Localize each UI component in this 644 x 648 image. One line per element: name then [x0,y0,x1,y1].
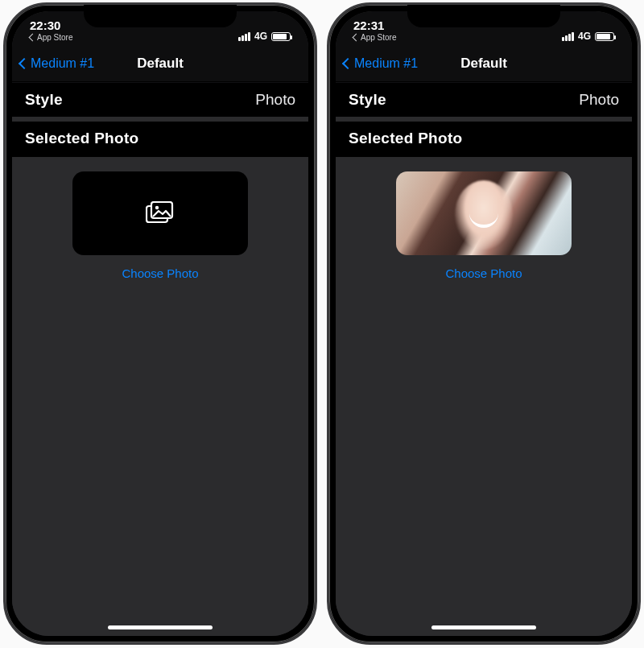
style-row[interactable]: Style Photo [336,82,632,117]
selected-photo-header: Selected Photo [336,117,632,157]
home-indicator[interactable] [431,625,536,629]
caret-left-icon [29,34,37,42]
nav-back-label: Medium #1 [31,56,94,71]
chevron-left-icon [19,57,30,68]
cellular-signal-icon [238,32,250,41]
photo-preview-empty[interactable] [72,171,248,255]
style-value: Photo [579,91,619,109]
page-title: Default [137,56,184,72]
breadcrumb-return[interactable]: App Store [353,33,396,42]
navigation-bar: Medium #1 Default [12,45,308,82]
chevron-left-icon [342,57,353,68]
content-area: Choose Photo [12,157,308,636]
nav-back-label: Medium #1 [354,56,418,71]
navigation-bar: Medium #1 Default [336,45,632,82]
breadcrumb-return[interactable]: App Store [30,33,72,42]
status-time: 22:31 [353,19,384,32]
page-title: Default [460,56,507,72]
photo-preview-filled[interactable] [396,171,572,255]
breadcrumb-label: App Store [361,33,396,42]
choose-photo-button[interactable]: Choose Photo [445,266,522,280]
phone-frame-left: 22:30 App Store 4G Medium #1 Default Sty… [3,2,317,645]
network-type: 4G [578,31,591,42]
status-time: 22:30 [30,19,60,32]
selected-photo-header: Selected Photo [12,117,308,157]
style-label: Style [25,91,63,109]
nav-back-button[interactable]: Medium #1 [20,56,94,71]
breadcrumb-label: App Store [37,33,72,42]
cellular-signal-icon [562,32,574,41]
style-value: Photo [255,91,295,109]
home-indicator[interactable] [108,625,213,629]
battery-icon [595,32,614,41]
choose-photo-button[interactable]: Choose Photo [122,266,198,280]
style-label: Style [349,91,386,109]
caret-left-icon [353,34,361,42]
phone-frame-right: 22:31 App Store 4G Medium #1 Default Sty… [327,2,641,645]
svg-point-2 [155,206,159,209]
screen: 22:30 App Store 4G Medium #1 Default Sty… [12,11,308,636]
content-area: Choose Photo [336,157,632,636]
screen: 22:31 App Store 4G Medium #1 Default Sty… [336,11,632,636]
notch [407,5,560,27]
network-type: 4G [254,31,267,42]
battery-icon [271,32,291,41]
notch [84,5,237,27]
style-row[interactable]: Style Photo [12,82,308,117]
nav-back-button[interactable]: Medium #1 [344,56,418,71]
photo-placeholder-icon [146,201,175,225]
